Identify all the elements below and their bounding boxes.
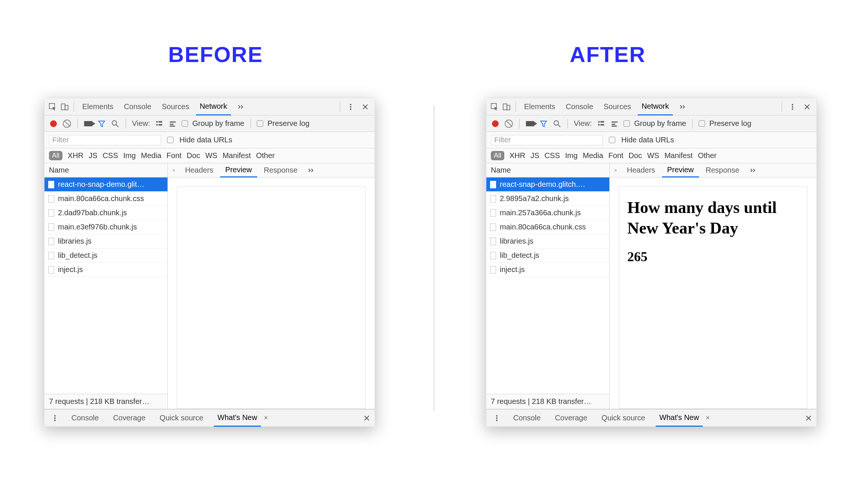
- detail-tab-headers[interactable]: Headers: [180, 163, 219, 177]
- type-filter-media[interactable]: Media: [141, 151, 161, 160]
- close-details-icon[interactable]: [169, 166, 178, 175]
- drawer-menu-icon[interactable]: [491, 414, 503, 422]
- request-row[interactable]: 2.9895a7a2.chunk.js: [486, 192, 609, 206]
- group-by-frame-checkbox[interactable]: [624, 120, 630, 127]
- name-column-header[interactable]: Name: [486, 163, 609, 177]
- type-filter-font[interactable]: Font: [609, 151, 624, 160]
- type-filter-xhr[interactable]: XHR: [68, 151, 83, 160]
- type-filter-js[interactable]: JS: [89, 151, 97, 160]
- close-devtools-icon[interactable]: [801, 104, 813, 110]
- more-detail-tabs-icon[interactable]: [304, 167, 318, 174]
- settings-menu-icon[interactable]: [787, 103, 798, 111]
- filter-toggle-icon[interactable]: [539, 119, 548, 128]
- drawer-tab-quick-source[interactable]: Quick source: [156, 410, 207, 427]
- request-row[interactable]: lib_detect.js: [486, 248, 609, 263]
- large-rows-icon[interactable]: [597, 119, 606, 128]
- request-row[interactable]: inject.js: [486, 263, 609, 277]
- name-column-header[interactable]: Name: [44, 163, 167, 177]
- drawer-tab-coverage[interactable]: Coverage: [551, 410, 591, 427]
- type-filter-font[interactable]: Font: [167, 151, 182, 160]
- type-filter-css[interactable]: CSS: [103, 151, 118, 160]
- request-row[interactable]: libraries.js: [486, 234, 609, 248]
- type-filter-img[interactable]: Img: [565, 151, 578, 160]
- type-filter-all[interactable]: All: [491, 151, 504, 160]
- close-devtools-icon[interactable]: [360, 104, 371, 110]
- type-filter-other[interactable]: Other: [256, 151, 275, 160]
- device-toggle-icon[interactable]: [502, 102, 511, 111]
- request-row[interactable]: react-snap-demo.glitch.…: [486, 177, 609, 192]
- hide-data-urls-checkbox[interactable]: [167, 137, 173, 143]
- drawer-tab-quick-source[interactable]: Quick source: [598, 410, 649, 427]
- settings-menu-icon[interactable]: [345, 103, 357, 111]
- search-icon[interactable]: [552, 119, 561, 128]
- more-tabs-icon[interactable]: [676, 103, 689, 111]
- close-drawer-icon[interactable]: [805, 415, 812, 421]
- type-filter-all[interactable]: All: [49, 151, 62, 160]
- devtools-tab-elements[interactable]: Elements: [520, 98, 559, 115]
- small-rows-icon[interactable]: [610, 119, 619, 128]
- request-row[interactable]: lib_detect.js: [44, 248, 167, 263]
- devtools-tab-elements[interactable]: Elements: [79, 98, 117, 115]
- group-by-frame-checkbox[interactable]: [182, 120, 188, 127]
- more-tabs-icon[interactable]: [234, 103, 247, 111]
- drawer-tab-what-s-new[interactable]: What's New: [656, 410, 703, 427]
- type-filter-js[interactable]: JS: [530, 151, 539, 160]
- detail-tab-preview[interactable]: Preview: [662, 163, 699, 177]
- request-row[interactable]: main.80ca66ca.chunk.css: [44, 192, 167, 206]
- clear-button[interactable]: [504, 119, 513, 128]
- type-filter-ws[interactable]: WS: [205, 151, 217, 160]
- close-details-icon[interactable]: [611, 166, 620, 175]
- device-toggle-icon[interactable]: [60, 102, 69, 111]
- type-filter-xhr[interactable]: XHR: [510, 151, 525, 160]
- search-icon[interactable]: [111, 119, 120, 128]
- drawer-tab-console[interactable]: Console: [510, 410, 544, 427]
- request-row[interactable]: main.e3ef976b.chunk.js: [44, 220, 167, 234]
- preserve-log-checkbox[interactable]: [257, 120, 263, 127]
- close-drawer-tab-icon[interactable]: ×: [706, 414, 710, 422]
- close-drawer-tab-icon[interactable]: ×: [264, 414, 268, 422]
- small-rows-icon[interactable]: [168, 119, 177, 128]
- request-row[interactable]: main.257a366a.chunk.js: [486, 206, 609, 220]
- devtools-tab-network[interactable]: Network: [196, 98, 231, 115]
- drawer-tab-console[interactable]: Console: [68, 410, 102, 427]
- type-filter-img[interactable]: Img: [123, 151, 136, 160]
- hide-data-urls-checkbox[interactable]: [609, 137, 615, 143]
- request-row[interactable]: 2.dad97bab.chunk.js: [44, 206, 167, 220]
- devtools-tab-sources[interactable]: Sources: [600, 98, 635, 115]
- drawer-tab-what-s-new[interactable]: What's New: [214, 410, 261, 427]
- filter-input[interactable]: Filter: [49, 135, 161, 145]
- detail-tab-response[interactable]: Response: [259, 163, 303, 177]
- type-filter-doc[interactable]: Doc: [187, 151, 200, 160]
- close-drawer-icon[interactable]: [363, 415, 370, 421]
- record-button[interactable]: [49, 119, 58, 128]
- type-filter-manifest[interactable]: Manifest: [664, 151, 693, 160]
- devtools-tab-sources[interactable]: Sources: [158, 98, 193, 115]
- drawer-tab-coverage[interactable]: Coverage: [109, 410, 149, 427]
- type-filter-manifest[interactable]: Manifest: [222, 151, 251, 160]
- record-button[interactable]: [491, 119, 500, 128]
- filter-input[interactable]: Filter: [491, 135, 603, 145]
- detail-tab-headers[interactable]: Headers: [622, 163, 661, 177]
- type-filter-doc[interactable]: Doc: [629, 151, 642, 160]
- preserve-log-checkbox[interactable]: [699, 120, 705, 127]
- screenshot-icon[interactable]: [526, 119, 535, 128]
- request-row[interactable]: libraries.js: [44, 234, 167, 248]
- drawer-menu-icon[interactable]: [49, 414, 61, 422]
- request-row[interactable]: main.80ca66ca.chunk.css: [486, 220, 609, 234]
- devtools-tab-console[interactable]: Console: [120, 98, 155, 115]
- more-detail-tabs-icon[interactable]: [746, 167, 760, 174]
- type-filter-other[interactable]: Other: [698, 151, 717, 160]
- type-filter-media[interactable]: Media: [583, 151, 603, 160]
- clear-button[interactable]: [62, 119, 71, 128]
- filter-toggle-icon[interactable]: [97, 119, 106, 128]
- detail-tab-response[interactable]: Response: [701, 163, 745, 177]
- type-filter-ws[interactable]: WS: [647, 151, 659, 160]
- type-filter-css[interactable]: CSS: [545, 151, 560, 160]
- devtools-tab-console[interactable]: Console: [562, 98, 597, 115]
- devtools-tab-network[interactable]: Network: [638, 98, 672, 115]
- request-row[interactable]: react-no-snap-demo.glit…: [44, 177, 167, 192]
- inspect-icon[interactable]: [490, 102, 499, 111]
- large-rows-icon[interactable]: [155, 119, 164, 128]
- request-row[interactable]: inject.js: [44, 263, 167, 277]
- inspect-icon[interactable]: [48, 102, 57, 111]
